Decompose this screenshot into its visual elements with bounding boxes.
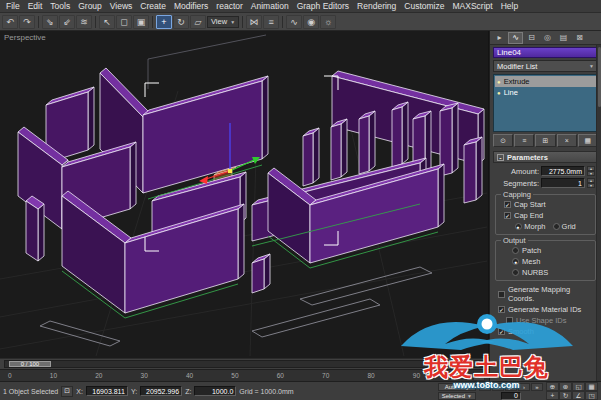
object-name-field[interactable]: Line04 xyxy=(493,47,598,58)
curve-editor-icon[interactable]: ∿ xyxy=(286,15,302,29)
patch-radio[interactable] xyxy=(512,247,519,254)
menu-maxscript[interactable]: MAXScript xyxy=(448,0,496,12)
align-icon[interactable]: ≡ xyxy=(263,15,279,29)
segments-row: Segments: 1 ▴ ▾ xyxy=(492,177,599,189)
z-coordinate-field[interactable]: 1000.0 xyxy=(194,386,236,396)
spinner-down-icon[interactable]: ▾ xyxy=(587,183,595,188)
maximize-viewport-icon[interactable]: ◳ xyxy=(585,391,598,400)
configure-modifier-sets-button[interactable]: ▦ xyxy=(578,134,598,147)
material-editor-icon[interactable]: ◉ xyxy=(303,15,319,29)
generate-mapping-coords-checkbox[interactable] xyxy=(498,291,505,298)
zoom-all-icon[interactable]: ⊛ xyxy=(559,382,572,391)
zoom-region-icon[interactable]: ▦ xyxy=(585,382,598,391)
visibility-bulb-icon[interactable]: ● xyxy=(497,79,501,85)
grid-radio[interactable] xyxy=(553,223,560,230)
menu-rendering[interactable]: Rendering xyxy=(353,0,400,12)
next-frame-button[interactable]: › xyxy=(518,383,530,391)
auto-key-button[interactable]: Auto Key xyxy=(438,383,476,391)
generate-mapping-coords-label: Generate Mapping Coords. xyxy=(508,285,597,303)
select-and-move-icon[interactable]: + xyxy=(156,15,172,29)
go-to-start-button[interactable]: « xyxy=(479,383,491,391)
modify-tab[interactable]: ∿ xyxy=(508,32,523,44)
menu-file[interactable]: File xyxy=(2,0,24,12)
play-button[interactable]: ▶ xyxy=(505,383,517,391)
lock-selection-toggle[interactable]: ⊡ xyxy=(61,386,73,397)
display-tab[interactable]: ▤ xyxy=(556,32,571,44)
segments-field[interactable]: 1 xyxy=(541,178,585,188)
menu-help[interactable]: Help xyxy=(497,0,522,12)
hierarchy-tab[interactable]: ⊟ xyxy=(524,32,539,44)
menu-modifiers[interactable]: Modifiers xyxy=(170,0,212,12)
select-region-icon[interactable]: ◻ xyxy=(116,15,132,29)
y-coordinate-field[interactable]: 20952.996 xyxy=(140,386,182,396)
cap-start-checkbox[interactable]: ✓ xyxy=(504,201,511,208)
motion-tab[interactable]: ◎ xyxy=(540,32,555,44)
select-and-rotate-icon[interactable]: ↻ xyxy=(173,15,189,29)
cap-end-row: ✓ Cap End xyxy=(498,210,593,221)
generate-material-ids-checkbox[interactable]: ✓ xyxy=(498,306,505,313)
amount-spinner[interactable]: ▴ ▾ xyxy=(587,166,595,176)
select-object-icon[interactable]: ↖ xyxy=(99,15,115,29)
menu-animation[interactable]: Animation xyxy=(247,0,293,12)
use-shape-ids-checkbox[interactable] xyxy=(506,317,513,324)
nurbs-radio[interactable] xyxy=(512,269,519,276)
capping-group: Capping ✓ Cap Start ✓ Cap End ●Morph Gri… xyxy=(495,194,596,235)
select-and-scale-icon[interactable]: ▱ xyxy=(190,15,206,29)
bind-to-space-warp-icon[interactable]: ≋ xyxy=(76,15,92,29)
menu-customize[interactable]: Customize xyxy=(400,0,448,12)
track-bar[interactable]: 0 10 20 30 40 50 60 70 80 90 100 ∿ xyxy=(0,369,489,381)
undo-icon[interactable]: ↶ xyxy=(2,15,18,29)
redo-icon[interactable]: ↷ xyxy=(19,15,35,29)
zoom-icon[interactable]: ⊕ xyxy=(546,382,559,391)
remove-modifier-button[interactable]: × xyxy=(557,134,577,147)
menu-create[interactable]: Create xyxy=(136,0,170,12)
select-and-link-icon[interactable]: ⇘ xyxy=(42,15,58,29)
menu-graph-editors[interactable]: Graph Editors xyxy=(293,0,353,12)
menu-tools[interactable]: Tools xyxy=(46,0,74,12)
menu-views[interactable]: Views xyxy=(106,0,137,12)
open-mini-curve-editor-button[interactable]: ∿ xyxy=(473,371,485,381)
morph-radio[interactable]: ● xyxy=(515,223,522,230)
utilities-tab[interactable]: ⊠ xyxy=(572,32,587,44)
pan-icon[interactable]: + xyxy=(546,391,559,400)
modifier-list-dropdown[interactable]: Modifier List ▼ xyxy=(493,60,598,72)
time-slider-handle[interactable]: 0 / 100 xyxy=(9,361,51,367)
viewport-canvas[interactable] xyxy=(0,31,487,356)
show-end-result-button[interactable]: ≡ xyxy=(514,134,534,147)
stack-item-extrude[interactable]: ● Extrude xyxy=(495,76,596,87)
orbit-icon[interactable]: ↻ xyxy=(559,391,572,400)
render-icon[interactable]: ☼ xyxy=(320,15,336,29)
smooth-checkbox[interactable]: ✓ xyxy=(498,328,505,335)
make-unique-button[interactable]: ⊞ xyxy=(535,134,555,147)
collapse-icon[interactable]: - xyxy=(497,154,504,161)
time-slider-track[interactable]: 0 / 100 xyxy=(4,360,485,368)
mesh-radio[interactable]: ● xyxy=(512,258,519,265)
menu-reactor[interactable]: reactor xyxy=(212,0,246,12)
mirror-icon[interactable]: ⋈ xyxy=(246,15,262,29)
create-tab[interactable]: ▸ xyxy=(492,32,507,44)
window-crossing-icon[interactable]: ▣ xyxy=(133,15,149,29)
key-filter-dropdown[interactable]: Selected ▼ xyxy=(438,392,476,400)
panel-scrollbar[interactable] xyxy=(596,45,601,381)
reference-coordinate-dropdown[interactable]: View ▼ xyxy=(207,16,239,28)
perspective-viewport[interactable]: Perspective xyxy=(0,31,489,358)
visibility-bulb-icon[interactable]: ● xyxy=(497,90,501,96)
pin-stack-button[interactable]: ⊙ xyxy=(493,134,513,147)
output-group-title: Output xyxy=(501,236,528,245)
current-time-field[interactable]: 0 xyxy=(501,392,521,400)
parameters-rollout-header[interactable]: - Parameters xyxy=(493,151,598,163)
amount-field[interactable]: 2775.0mm xyxy=(541,166,585,176)
unlink-selection-icon[interactable]: ⇙ xyxy=(59,15,75,29)
segments-spinner[interactable]: ▴ ▾ xyxy=(587,178,595,188)
menu-edit[interactable]: Edit xyxy=(24,0,47,12)
zoom-extents-icon[interactable]: ◱ xyxy=(572,382,585,391)
previous-frame-button[interactable]: ‹ xyxy=(492,383,504,391)
go-to-end-button[interactable]: » xyxy=(531,383,543,391)
stack-item-line[interactable]: ● Line xyxy=(495,87,596,98)
field-of-view-icon[interactable]: ∠ xyxy=(572,391,585,400)
x-coordinate-field[interactable]: 16903.811 xyxy=(86,386,128,396)
viewport-label[interactable]: Perspective xyxy=(4,33,46,42)
cap-end-checkbox[interactable]: ✓ xyxy=(504,212,511,219)
spinner-down-icon[interactable]: ▾ xyxy=(587,171,595,176)
menu-group[interactable]: Group xyxy=(74,0,106,12)
